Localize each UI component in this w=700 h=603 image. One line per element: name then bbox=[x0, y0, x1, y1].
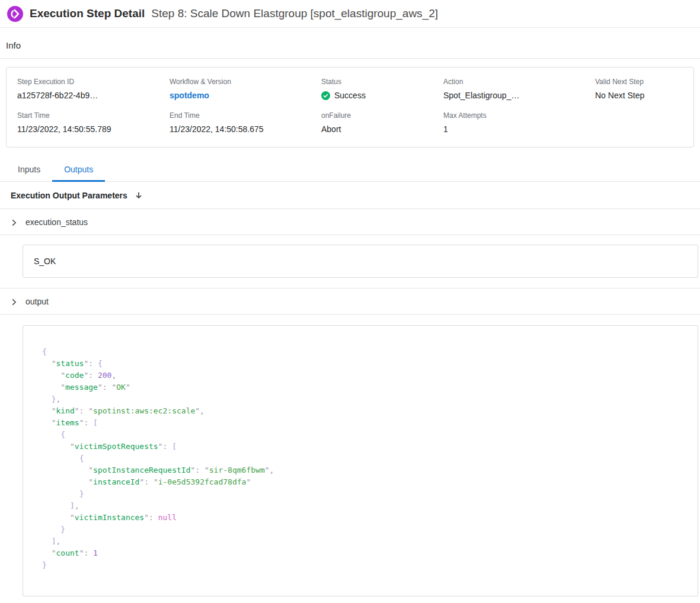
code-line: } bbox=[42, 488, 686, 500]
field-label: Status bbox=[321, 78, 443, 86]
field-label: Max Attempts bbox=[443, 111, 595, 120]
info-section-label: Info bbox=[0, 28, 700, 58]
code-line: "count": 1 bbox=[42, 547, 686, 559]
info-field-max-attempts: Max Attempts1 bbox=[443, 111, 595, 134]
execution-status-value-box: S_OK bbox=[23, 245, 698, 278]
info-field-action: ActionSpot_Elastigroup_… bbox=[443, 78, 595, 100]
output-parameters-header: Execution Output Parameters bbox=[0, 182, 700, 209]
field-value: 11/23/2022, 14:50:58.675 bbox=[170, 124, 321, 134]
param-name: execution_status bbox=[25, 217, 88, 227]
chevron-right-icon bbox=[11, 299, 18, 306]
chevron-right-icon bbox=[11, 219, 18, 226]
field-value: Success bbox=[321, 91, 443, 100]
code-line: } bbox=[42, 559, 686, 571]
page-title: Execution Step Detail bbox=[30, 7, 145, 20]
field-label: End Time bbox=[170, 111, 321, 120]
code-line: { bbox=[42, 346, 686, 358]
field-label: onFailure bbox=[321, 111, 443, 120]
info-field-start-time: Start Time11/23/2022, 14:50:55.789 bbox=[17, 111, 170, 134]
info-field-step-execution-id: Step Execution IDa125728f-6b22-4b9… bbox=[17, 78, 170, 100]
code-line: { bbox=[42, 453, 686, 464]
success-check-icon bbox=[321, 91, 330, 100]
field-value: No Next Step bbox=[595, 91, 683, 100]
header: Execution Step Detail Step 8: Scale Down… bbox=[0, 0, 700, 28]
field-label: Workflow & Version bbox=[170, 78, 321, 86]
field-value: 1 bbox=[443, 124, 595, 134]
tab-inputs[interactable]: Inputs bbox=[6, 158, 52, 181]
code-line: ], bbox=[42, 500, 686, 512]
code-line: { bbox=[42, 429, 686, 441]
param-row-execution-status[interactable]: execution_status bbox=[0, 209, 700, 235]
field-label: Valid Next Step bbox=[595, 78, 683, 86]
download-arrow-icon[interactable] bbox=[135, 191, 143, 200]
info-field-end-time: End Time11/23/2022, 14:50:58.675 bbox=[170, 111, 321, 134]
field-value[interactable]: spotdemo bbox=[170, 91, 321, 100]
param-row-output[interactable]: output bbox=[0, 288, 700, 315]
code-line: "items": [ bbox=[42, 417, 686, 429]
info-card: Step Execution IDa125728f-6b22-4b9…Workf… bbox=[6, 67, 694, 147]
code-line: "spotInstanceRequestId": "sir-8qm6fbwm", bbox=[42, 464, 686, 476]
code-line: } bbox=[42, 524, 686, 535]
code-line: "kind": "spotinst:aws:ec2:scale", bbox=[42, 405, 686, 417]
tabs: InputsOutputs bbox=[0, 158, 700, 182]
tab-outputs[interactable]: Outputs bbox=[52, 158, 105, 181]
output-parameters-title: Execution Output Parameters bbox=[11, 191, 127, 200]
code-line: "instanceId": "i-0e5d5392fcad78dfa" bbox=[42, 476, 686, 488]
code-line: "message": "OK" bbox=[42, 381, 686, 393]
code-line: "victimSpotRequests": [ bbox=[42, 441, 686, 453]
info-field-workflow-version: Workflow & Versionspotdemo bbox=[170, 78, 321, 100]
param-name: output bbox=[25, 297, 49, 306]
spot-connect-logo-icon bbox=[7, 6, 23, 22]
page-subtitle: Step 8: Scale Down Elastgroup [spot_elas… bbox=[151, 7, 438, 20]
field-label: Step Execution ID bbox=[17, 78, 170, 86]
status-text: Success bbox=[334, 91, 366, 100]
execution-status-value: S_OK bbox=[34, 256, 56, 266]
output-json-viewer: { "status": { "code": 200, "message": "O… bbox=[23, 325, 698, 596]
info-field-status: StatusSuccess bbox=[321, 78, 443, 100]
field-value: Spot_Elastigroup_… bbox=[443, 91, 595, 100]
info-divider bbox=[0, 58, 700, 59]
code-line: "status": { bbox=[42, 358, 686, 370]
code-line: "victimInstances": null bbox=[42, 512, 686, 524]
field-value: Abort bbox=[321, 124, 443, 134]
info-grid: Step Execution IDa125728f-6b22-4b9…Workf… bbox=[17, 78, 683, 134]
code-line: "code": 200, bbox=[42, 370, 686, 381]
code-line: ], bbox=[42, 535, 686, 547]
info-field-onfailure: onFailureAbort bbox=[321, 111, 443, 134]
field-label: Action bbox=[443, 78, 595, 86]
code-line: }, bbox=[42, 393, 686, 405]
field-label: Start Time bbox=[17, 111, 170, 120]
info-field-valid-next-step: Valid Next StepNo Next Step bbox=[595, 78, 683, 100]
field-value: a125728f-6b22-4b9… bbox=[17, 91, 170, 100]
field-value: 11/23/2022, 14:50:55.789 bbox=[17, 124, 170, 134]
